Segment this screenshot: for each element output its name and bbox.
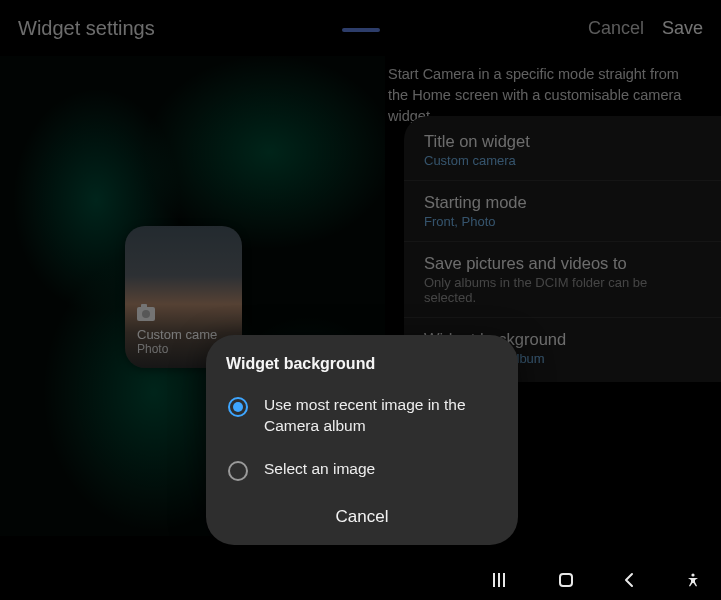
setting-label: Title on widget [424,132,701,151]
setting-hint: Only albums in the DCIM folder can be se… [424,275,701,305]
dialog-cancel-button[interactable]: Cancel [226,495,498,533]
option-label: Use most recent image in the Camera albu… [264,395,496,437]
app-header: Widget settings Cancel Save [0,0,721,56]
camera-icon [137,307,155,321]
dialog-title: Widget background [226,355,498,373]
option-label: Select an image [264,459,375,480]
radio-icon [228,397,248,417]
back-icon[interactable] [623,572,635,588]
home-icon[interactable] [559,573,573,587]
camera-notch [342,28,380,32]
page-title: Widget settings [18,17,155,40]
setting-label: Starting mode [424,193,701,212]
header-actions: Cancel Save [588,18,703,39]
setting-starting-mode[interactable]: Starting mode Front, Photo [404,181,721,242]
setting-label: Save pictures and videos to [424,254,701,273]
option-recent-image[interactable]: Use most recent image in the Camera albu… [226,387,498,451]
system-navbar [0,560,721,600]
accessibility-icon[interactable] [685,572,701,588]
setting-title-on-widget[interactable]: Title on widget Custom camera [404,120,721,181]
radio-icon [228,461,248,481]
save-button[interactable]: Save [662,18,703,39]
option-select-image[interactable]: Select an image [226,451,498,495]
setting-save-location[interactable]: Save pictures and videos to Only albums … [404,242,721,318]
setting-value: Front, Photo [424,214,701,229]
recents-icon[interactable] [493,573,509,587]
cancel-button[interactable]: Cancel [588,18,644,39]
widget-background-dialog: Widget background Use most recent image … [206,335,518,545]
setting-value: Custom camera [424,153,701,168]
svg-point-0 [691,573,694,576]
